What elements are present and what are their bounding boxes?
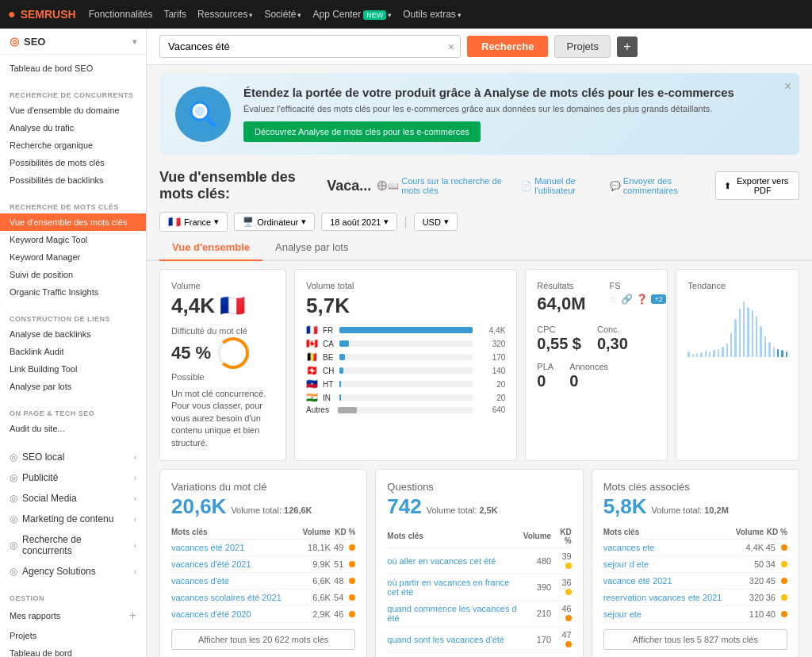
nav-outils-extras[interactable]: Outils extras▾ [403,9,462,20]
search-button[interactable]: Recherche [467,36,548,57]
trend-bar-2 [696,353,698,357]
nav-app-center[interactable]: App CenterNEW▾ [312,9,392,20]
sidebar-item-backlinks[interactable]: Analyse de backlinks [0,325,146,343]
seo-header[interactable]: ◎ SEO ▾ [0,29,146,55]
add-project-button[interactable]: + [617,36,638,57]
variations-title: Variations du mot clé [171,481,355,493]
logo[interactable]: ● SEMRUSH [8,7,76,21]
keyword-volume: 320 [733,589,764,605]
sidebar-section-link-title: CONSTRUCTION DE LIENS [0,310,146,325]
sidebar-item-keyword-overview[interactable]: Vue d'ensemble des mots clés [0,213,146,231]
manual-link[interactable]: 📄 Manuel de l'utilisateur [521,176,600,195]
conc-label: Conc. [597,325,620,334]
keyword-link[interactable]: sejour ete [603,609,642,619]
associated-count-row: 5,8K Volume total: 10,2M [603,494,787,519]
sidebar-item-marketing-contenu[interactable]: ◎ Marketing de contenu › [0,509,146,529]
table-row: vacances d'été 2021 9,9K 51 [171,555,355,572]
keyword-kd: 45 [764,539,787,555]
sidebar-item-domain-overview[interactable]: Vue d'ensemble du domaine [0,102,146,119]
device-filter[interactable]: 🖥️ Ordinateur ▾ [234,213,315,231]
keyword-link[interactable]: sejour d ete [603,559,649,569]
search-input-wrap: × [159,35,461,58]
export-pdf-button[interactable]: ⬆ Exporter vers PDF [715,171,799,200]
feedback-link[interactable]: 💬 Envoyer des commentaires [610,176,707,195]
keyword-link[interactable]: vacances ete [603,543,655,552]
sidebar-item-organic-research[interactable]: Recherche organique [0,136,146,154]
sidebar-item-position-tracking[interactable]: Suivi de position [0,266,146,283]
keyword-link[interactable]: vacances d'été 2020 [171,609,251,619]
annonces-value: 0 [569,372,608,390]
sidebar-item-recherche-concurrents[interactable]: ◎ Recherche de concurrents › [0,529,146,561]
sidebar-item-keyword-manager[interactable]: Keyword Manager [0,248,146,266]
keyword-link[interactable]: vacances été 2021 [171,543,244,552]
show-all-variations-button[interactable]: Afficher tous les 20 622 mots clés [171,629,355,650]
keyword-link[interactable]: vacances d'été [171,576,229,586]
country-chevron-icon: ▾ [214,217,219,227]
sidebar-item-agency[interactable]: ◎ Agency Solutions › [0,561,146,582]
sidebar-item-keyword-magic[interactable]: Keyword Magic Tool [0,231,146,248]
banner-close-icon[interactable]: × [784,79,791,94]
sidebar-item-dashboard[interactable]: Tableau de bord SEO [0,60,146,77]
date-filter[interactable]: 18 août 2021 ▾ [321,213,397,231]
kd-dot-icon [349,578,355,584]
fs-col: FS ☆ 🔗 ❓ +2 [609,281,665,314]
sidebar-item-analyse-lots[interactable]: Analyse par lots [0,378,146,395]
projects-button[interactable]: Projets [554,35,610,58]
keyword-link[interactable]: quand commence les vacances d été [387,604,516,623]
country-filter[interactable]: 🇫🇷 France ▾ [159,212,228,232]
keyword-link[interactable]: vacance été 2021 [603,576,672,586]
keyword-link[interactable]: quand sont les vacances d'été [387,635,504,644]
sidebar-item-backlink-audit[interactable]: Backlink Audit [0,343,146,360]
nav-ressources[interactable]: Ressources▾ [197,9,253,20]
banner-icon [175,86,231,142]
banner-cta-button[interactable]: Découvrez Analyse de mots clés pour les … [243,121,481,142]
sidebar-item-social-media[interactable]: ◎ Social Media › [0,488,146,509]
sidebar-section-keyword-title: RECHERCHE DE MOTS CLÉS [0,198,146,213]
currency-filter[interactable]: USD ▾ [414,213,458,231]
search-input[interactable] [159,35,461,58]
trend-bar-3 [700,352,702,357]
trend-bar-13 [743,302,745,357]
sidebar-item-traffic-analysis[interactable]: Analyse du trafic [0,119,146,136]
nav-fonctionnalites[interactable]: Fonctionnalités [89,9,153,20]
be-flag-icon: 🇧🇪 [306,352,318,363]
sidebar-item-tableau-bord[interactable]: Tableau de bord [0,644,146,657]
volume-total-value: 5,7K [306,294,505,318]
sidebar-item-mes-rapports[interactable]: Mes rapports + [0,605,146,627]
trend-bar-10 [730,332,732,357]
volume-total-card: Volume total 5,7K 🇫🇷 FR 4,4K 🇨🇦 CA [294,269,517,461]
fs-badge: +2 [651,294,665,304]
tab-analyse-lots[interactable]: Analyse par lots [262,235,362,261]
keyword-link[interactable]: vacances d'été 2021 [171,559,251,569]
sidebar-item-seo-local[interactable]: ◎ SEO local › [0,447,146,467]
search-clear-icon[interactable]: × [448,40,454,53]
sidebar-item-site-audit[interactable]: Audit du site... [0,420,146,437]
sidebar-gestion-section: GESTION Mes rapports + Projets Tableau d… [0,586,146,657]
keyword-link[interactable]: où aller en vacances cet été [387,556,496,566]
sidebar-item-keyword-possibilities[interactable]: Possibilités de mots clés [0,154,146,171]
sidebar-item-backlink-possibilities[interactable]: Possibilités de backlinks [0,171,146,189]
device-icon: 🖥️ [243,217,254,227]
trend-bars-container [688,294,787,357]
keyword-link[interactable]: reservation vacances ete 2021 [603,593,722,602]
page-title-add-icon[interactable]: ⊕ [376,177,388,194]
sidebar-keyword-section: RECHERCHE DE MOTS CLÉS Vue d'ensemble de… [0,194,146,305]
sidebar-section-competitor-title: RECHERCHE DE CONCURRENTS [0,86,146,102]
nav-tarifs[interactable]: Tarifs [163,9,186,20]
course-link[interactable]: 📖 Cours sur la recherche de mots clés [388,176,511,195]
be-bar-value: 170 [477,353,505,362]
bar-row-ht: 🇭🇹 HT 20 [306,378,505,390]
sidebar-item-link-building[interactable]: Link Building Tool [0,360,146,378]
show-all-associated-button[interactable]: Afficher tous les 5 827 mots clés [603,629,787,650]
keyword-link[interactable]: vacances scolaires été 2021 [171,593,282,602]
sidebar-item-publicite[interactable]: ◎ Publicité › [0,467,146,488]
nav-societe[interactable]: Société▾ [264,9,301,20]
tab-vue-ensemble[interactable]: Vue d'ensemble [159,235,262,261]
associated-count: 5,8K [603,494,647,519]
sidebar-item-projets[interactable]: Projets [0,627,146,644]
associated-section: Mots clés associés 5,8K Volume total: 10… [592,469,799,657]
sidebar-item-organic-traffic[interactable]: Organic Traffic Insights [0,283,146,301]
keyword-link[interactable]: où partir en vacances en france cet été [387,578,509,597]
page-title: Vue d'ensemble des mots clés: Vaca... ⊕ [159,169,388,202]
pla-value: 0 [537,372,553,390]
